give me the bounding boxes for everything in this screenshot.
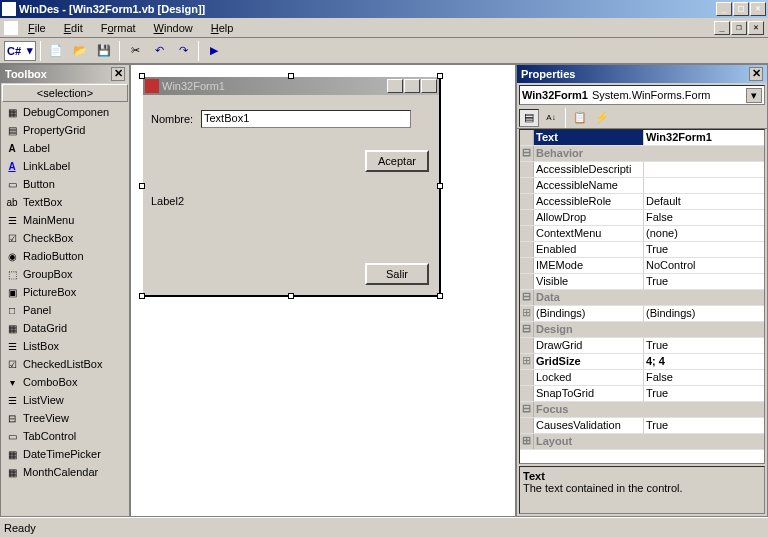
toolbox-item-panel[interactable]: □Panel — [1, 301, 129, 319]
mdi-minimize-button[interactable]: _ — [714, 21, 730, 35]
toolbox-item-propertygrid[interactable]: ▤PropertyGrid — [1, 121, 129, 139]
property-row[interactable]: ⊟Design — [520, 322, 764, 338]
property-value[interactable] — [644, 146, 764, 161]
redo-button[interactable]: ↷ — [172, 40, 194, 62]
language-dropdown[interactable]: C#▾ — [4, 41, 36, 61]
property-value[interactable]: True — [644, 274, 764, 289]
expand-toggle[interactable]: ⊟ — [520, 146, 534, 161]
resize-handle[interactable] — [139, 183, 145, 189]
property-value[interactable]: Default — [644, 194, 764, 209]
property-value[interactable]: 4; 4 — [644, 354, 764, 369]
property-row[interactable]: AccessibleDescripti — [520, 162, 764, 178]
close-button[interactable]: ✕ — [750, 2, 766, 16]
design-form[interactable]: Win32Form1 _ □ ✕ Nombre: TextBox1 Acepta… — [141, 75, 441, 297]
toolbox-item-checkedlistbox[interactable]: ☑CheckedListBox — [1, 355, 129, 373]
save-button[interactable]: 💾 — [93, 40, 115, 62]
property-row[interactable]: ContextMenu(none) — [520, 226, 764, 242]
mdi-restore-button[interactable]: ❐ — [731, 21, 747, 35]
toolbox-item-groupbox[interactable]: ⬚GroupBox — [1, 265, 129, 283]
property-row[interactable]: DrawGridTrue — [520, 338, 764, 354]
toolbox-item-picturebox[interactable]: ▣PictureBox — [1, 283, 129, 301]
property-value[interactable] — [644, 322, 764, 337]
property-row[interactable]: TextWin32Form1 — [520, 130, 764, 146]
toolbox-close-button[interactable]: ✕ — [111, 67, 125, 81]
run-button[interactable]: ▶ — [203, 40, 225, 62]
toolbox-item-debugcomponen[interactable]: ▦DebugComponen — [1, 103, 129, 121]
property-row[interactable]: ⊞Layout — [520, 434, 764, 450]
properties-object-selector[interactable]: Win32Form1 System.WinForms.Form ▾ — [519, 85, 765, 105]
resize-handle[interactable] — [288, 73, 294, 79]
property-row[interactable]: SnapToGridTrue — [520, 386, 764, 402]
mdi-close-button[interactable]: ✕ — [748, 21, 764, 35]
toolbox-item-textbox[interactable]: abTextBox — [1, 193, 129, 211]
menu-window[interactable]: Window — [146, 20, 201, 36]
resize-handle[interactable] — [139, 293, 145, 299]
toolbox-item-tabcontrol[interactable]: ▭TabControl — [1, 427, 129, 445]
property-row[interactable]: AccessibleRoleDefault — [520, 194, 764, 210]
property-row[interactable]: ⊟Behavior — [520, 146, 764, 162]
resize-handle[interactable] — [288, 293, 294, 299]
property-value[interactable]: True — [644, 386, 764, 401]
property-value[interactable]: (none) — [644, 226, 764, 241]
textbox1[interactable]: TextBox1 — [201, 110, 411, 128]
open-button[interactable]: 📂 — [69, 40, 91, 62]
menu-file[interactable]: File — [20, 20, 54, 36]
toolbox-item-button[interactable]: ▭Button — [1, 175, 129, 193]
categorized-button[interactable]: ▤ — [519, 109, 539, 127]
expand-toggle[interactable]: ⊞ — [520, 434, 534, 449]
resize-handle[interactable] — [139, 73, 145, 79]
toolbox-item-datetimepicker[interactable]: ▦DateTimePicker — [1, 445, 129, 463]
property-value[interactable]: (Bindings) — [644, 306, 764, 321]
property-value[interactable] — [644, 178, 764, 193]
resize-handle[interactable] — [437, 183, 443, 189]
toolbox-item-mainmenu[interactable]: ☰MainMenu — [1, 211, 129, 229]
form-body[interactable]: Nombre: TextBox1 Aceptar Label2 Salir — [143, 95, 439, 295]
maximize-button[interactable]: □ — [733, 2, 749, 16]
property-row[interactable]: ⊞(Bindings)(Bindings) — [520, 306, 764, 322]
property-value[interactable] — [644, 290, 764, 305]
new-button[interactable]: 📄 — [45, 40, 67, 62]
property-value[interactable]: True — [644, 418, 764, 433]
toolbox-item-combobox[interactable]: ▾ComboBox — [1, 373, 129, 391]
property-row[interactable]: ⊟Focus — [520, 402, 764, 418]
cut-button[interactable]: ✂ — [124, 40, 146, 62]
toolbox-item-radiobutton[interactable]: ◉RadioButton — [1, 247, 129, 265]
property-row[interactable]: CausesValidationTrue — [520, 418, 764, 434]
property-row[interactable]: AccessibleName — [520, 178, 764, 194]
property-value[interactable]: True — [644, 242, 764, 257]
toolbox-category[interactable]: <selection> — [2, 84, 128, 102]
menu-help[interactable]: Help — [203, 20, 242, 36]
property-value[interactable]: Win32Form1 — [644, 130, 764, 145]
property-value[interactable] — [644, 162, 764, 177]
property-row[interactable]: ⊟Data — [520, 290, 764, 306]
toolbox-item-label[interactable]: ALabel — [1, 139, 129, 157]
menu-edit[interactable]: Edit — [56, 20, 91, 36]
designer-surface[interactable]: Win32Form1 _ □ ✕ Nombre: TextBox1 Acepta… — [130, 64, 516, 517]
property-row[interactable]: VisibleTrue — [520, 274, 764, 290]
property-value[interactable]: NoControl — [644, 258, 764, 273]
expand-toggle[interactable]: ⊞ — [520, 306, 534, 321]
toolbox-item-checkbox[interactable]: ☑CheckBox — [1, 229, 129, 247]
toolbox-item-listbox[interactable]: ☰ListBox — [1, 337, 129, 355]
property-value[interactable] — [644, 434, 764, 449]
form-close-button[interactable]: ✕ — [421, 79, 437, 93]
label2[interactable]: Label2 — [151, 195, 184, 207]
resize-handle[interactable] — [437, 293, 443, 299]
toolbox-item-monthcalendar[interactable]: ▦MonthCalendar — [1, 463, 129, 481]
expand-toggle[interactable]: ⊟ — [520, 290, 534, 305]
property-value[interactable]: False — [644, 370, 764, 385]
alphabetical-button[interactable]: A↓ — [541, 109, 561, 127]
expand-toggle[interactable]: ⊟ — [520, 402, 534, 417]
toolbox-item-treeview[interactable]: ⊟TreeView — [1, 409, 129, 427]
property-row[interactable]: IMEModeNoControl — [520, 258, 764, 274]
undo-button[interactable]: ↶ — [148, 40, 170, 62]
button-salir[interactable]: Salir — [365, 263, 429, 285]
toolbox-item-linklabel[interactable]: ALinkLabel — [1, 157, 129, 175]
property-value[interactable]: True — [644, 338, 764, 353]
menu-format[interactable]: Format — [93, 20, 144, 36]
property-row[interactable]: EnabledTrue — [520, 242, 764, 258]
form-minimize-button[interactable]: _ — [387, 79, 403, 93]
events-button[interactable]: ⚡ — [592, 109, 612, 127]
resize-handle[interactable] — [437, 73, 443, 79]
form-maximize-button[interactable]: □ — [404, 79, 420, 93]
